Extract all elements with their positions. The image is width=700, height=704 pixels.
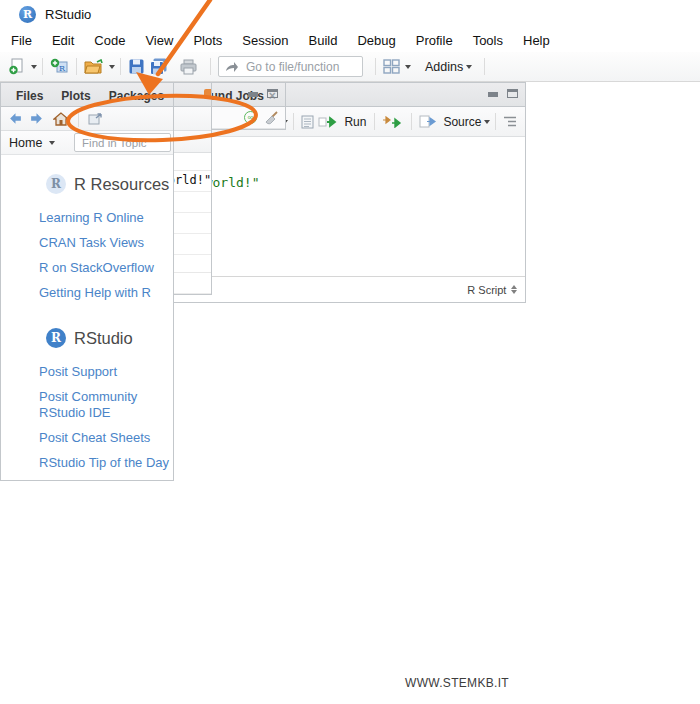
new-file-dropdown-caret[interactable]	[31, 65, 37, 69]
toolbar-separator	[293, 113, 294, 130]
maximize-pane-icon[interactable]	[267, 89, 278, 98]
goto-arrow-icon	[225, 61, 238, 72]
clear-console-broom-icon[interactable]	[264, 110, 279, 125]
help-home-icon[interactable]	[51, 110, 71, 128]
help-link[interactable]: CRAN Task Views	[39, 235, 173, 251]
find-in-topic-box	[74, 133, 171, 152]
menu-item[interactable]: Profile	[407, 29, 464, 52]
help-link[interactable]: Posit Cheat Sheets	[39, 430, 173, 446]
menu-item[interactable]: Code	[85, 29, 136, 52]
help-pane: Files Plots Packages Home	[0, 82, 174, 481]
help-link[interactable]: Posit Community RStudio IDE	[39, 389, 157, 421]
addins-caret[interactable]	[466, 65, 472, 69]
toolbar-separator	[374, 113, 375, 130]
filetype-updown-icon	[511, 285, 517, 295]
main-toolbar: R Addins	[0, 52, 700, 82]
maximize-pane-icon[interactable]	[507, 89, 518, 98]
help-link[interactable]: Getting Help with R	[39, 285, 173, 301]
help-back-icon[interactable]	[6, 110, 25, 127]
toolbar-separator	[42, 58, 43, 75]
menu-item[interactable]: Build	[300, 29, 349, 52]
source-dropdown-caret[interactable]	[484, 120, 490, 124]
watermark: WWW.STEMKB.IT	[405, 676, 509, 690]
minimize-pane-icon[interactable]	[248, 92, 258, 97]
menu-item[interactable]: Tools	[464, 29, 514, 52]
title-bar: R RStudio	[0, 0, 700, 28]
toolbar-separator	[375, 58, 376, 75]
rstudio-heading: R RStudio	[46, 328, 173, 348]
run-icon[interactable]	[316, 114, 340, 130]
new-file-icon[interactable]	[6, 56, 28, 77]
run-button[interactable]: Run	[344, 115, 366, 129]
help-tabstrip: Files Plots Packages	[1, 83, 173, 107]
help-home-dropdown[interactable]: Home	[9, 136, 42, 150]
save-icon[interactable]	[126, 56, 147, 77]
menu-item[interactable]: Edit	[43, 29, 85, 52]
rerun-icon[interactable]	[380, 114, 406, 130]
menu-item[interactable]: View	[136, 29, 184, 52]
rstudio-links: Posit SupportPosit Community RStudio IDE…	[39, 364, 173, 471]
rstudio-logo-icon: R	[19, 6, 36, 23]
source-file-icon[interactable]	[417, 113, 439, 130]
toolbar-separator	[495, 113, 496, 130]
help-link[interactable]: Posit Support	[39, 364, 173, 380]
connections-tab-partial-icon[interactable]	[204, 89, 212, 99]
compile-report-icon[interactable]	[299, 113, 316, 131]
source-button[interactable]: Source	[443, 115, 481, 129]
toolbar-separator	[120, 58, 121, 75]
open-file-dropdown-caret[interactable]	[109, 65, 115, 69]
tab-files[interactable]: Files	[7, 86, 52, 106]
find-in-topic-input[interactable]	[80, 136, 164, 150]
help-link[interactable]: R on StackOverflow	[39, 260, 173, 276]
toolbar-separator	[484, 58, 485, 75]
print-icon[interactable]	[177, 57, 200, 77]
minimize-pane-icon[interactable]	[488, 92, 498, 97]
toolbar-separator	[76, 58, 77, 75]
toolbar-separator	[210, 58, 211, 75]
menu-item[interactable]: Debug	[348, 29, 406, 52]
help-home-caret[interactable]	[49, 141, 55, 145]
r-resources-heading: R R Resources	[46, 174, 173, 194]
tab-packages[interactable]: Packages	[100, 86, 173, 106]
tab-plots[interactable]: Plots	[52, 86, 99, 106]
menu-item[interactable]: Session	[233, 29, 299, 52]
menu-item[interactable]: Help	[514, 29, 561, 52]
help-forward-icon[interactable]	[27, 110, 46, 127]
new-project-icon[interactable]: R	[48, 56, 71, 77]
help-nav-row: Home	[1, 131, 173, 155]
r-resources-links: Learning R OnlineCRAN Task ViewsR on Sta…	[39, 210, 173, 301]
toolbar-separator	[78, 110, 79, 127]
help-home-content: R R Resources Learning R OnlineCRAN Task…	[1, 155, 173, 480]
help-link[interactable]: Learning R Online	[39, 210, 173, 226]
toolbar-separator	[411, 113, 412, 130]
menu-item[interactable]: Plots	[184, 29, 233, 52]
help-open-in-new-window-icon[interactable]	[86, 110, 105, 127]
app-title: RStudio	[45, 7, 91, 22]
session-suspend-icon[interactable]: ∞	[244, 111, 257, 124]
workspace-panes-icon[interactable]	[381, 57, 402, 76]
rstudio-window: R RStudio FileEditCodeViewPlotsSessionBu…	[0, 0, 700, 704]
goto-file-function-input[interactable]	[244, 59, 356, 75]
document-outline-icon[interactable]	[501, 114, 519, 129]
r-logo-icon: R	[46, 174, 66, 194]
goto-file-function-box	[218, 56, 363, 77]
help-toolbar	[1, 107, 173, 131]
file-type-selector[interactable]: R Script	[467, 284, 517, 296]
save-all-icon[interactable]	[147, 56, 171, 77]
workspace-panes-caret[interactable]	[405, 65, 411, 69]
menu-bar: FileEditCodeViewPlotsSessionBuildDebugPr…	[0, 28, 700, 52]
help-link[interactable]: RStudio Tip of the Day	[39, 455, 173, 471]
rstudio-logo-icon: R	[46, 328, 66, 348]
open-file-icon[interactable]	[82, 57, 106, 77]
addins-button[interactable]: Addins	[425, 60, 463, 74]
menu-item[interactable]: File	[2, 29, 43, 52]
svg-text:R: R	[59, 64, 66, 73]
